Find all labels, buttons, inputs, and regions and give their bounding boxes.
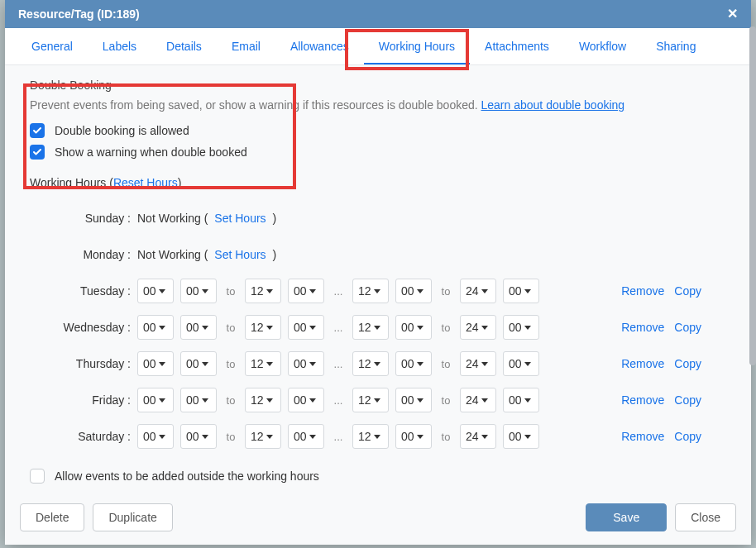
scrollbar-thumb[interactable] (749, 26, 756, 365)
remove-link[interactable]: Remove (621, 284, 664, 298)
remove-link[interactable]: Remove (621, 393, 664, 407)
time-select[interactable]: 00 (288, 279, 324, 303)
chevron-down-icon (524, 362, 531, 366)
close-button[interactable]: Close (675, 503, 736, 531)
time-select[interactable]: 00 (395, 279, 432, 303)
chevron-down-icon (481, 362, 488, 366)
chevron-down-icon (417, 326, 423, 330)
checkbox-allow-outside-hours[interactable] (30, 469, 45, 484)
tab-general[interactable]: General (17, 28, 88, 64)
checkbox-allow-double-booking[interactable] (30, 123, 45, 138)
to-label: to (438, 431, 453, 443)
reset-hours-link[interactable]: Reset Hours (113, 176, 178, 189)
time-select[interactable]: 00 (395, 315, 432, 340)
time-select[interactable]: 00 (180, 424, 217, 449)
save-button[interactable]: Save (586, 503, 667, 531)
time-select[interactable]: 24 (460, 315, 496, 340)
remove-link[interactable]: Remove (621, 357, 664, 370)
tab-attachments[interactable]: Attachments (470, 28, 564, 64)
duplicate-button[interactable]: Duplicate (93, 503, 172, 531)
time-select[interactable]: 00 (288, 315, 324, 340)
checkbox-warning-double-booked[interactable] (30, 145, 45, 160)
time-select[interactable]: 00 (180, 279, 217, 303)
set-hours-link[interactable]: Set Hours (214, 212, 266, 225)
day-name: Sunday : (30, 212, 137, 225)
time-select[interactable]: 12 (352, 315, 389, 340)
time-select[interactable]: 00 (395, 388, 432, 412)
time-select[interactable]: 24 (460, 279, 496, 303)
time-select[interactable]: 00 (137, 388, 174, 412)
time-select[interactable]: 12 (245, 351, 281, 376)
day-row-friday: Friday :0000to1200...1200to2400RemoveCop… (30, 383, 726, 417)
time-select[interactable]: 00 (137, 315, 174, 340)
day-name: Friday : (30, 393, 137, 407)
working-hours-header: Working Hours (Reset Hours) (30, 176, 726, 189)
time-select[interactable]: 12 (245, 424, 281, 449)
remove-link[interactable]: Remove (621, 430, 664, 443)
time-select[interactable]: 00 (395, 424, 432, 449)
remove-link[interactable]: Remove (621, 321, 664, 334)
chevron-down-icon (374, 289, 380, 293)
chevron-down-icon (266, 435, 273, 439)
time-select[interactable]: 00 (288, 351, 324, 376)
time-select[interactable]: 12 (352, 424, 389, 449)
copy-link[interactable]: Copy (674, 321, 701, 334)
chevron-down-icon (524, 326, 531, 330)
time-select[interactable]: 12 (352, 388, 389, 412)
time-select[interactable]: 00 (503, 424, 539, 449)
chevron-down-icon (202, 398, 208, 403)
chevron-down-icon (309, 326, 316, 330)
tab-sharing[interactable]: Sharing (641, 28, 711, 64)
close-icon[interactable]: ✕ (727, 7, 738, 21)
time-select[interactable]: 12 (245, 279, 281, 303)
day-name: Tuesday : (30, 284, 137, 298)
learn-link[interactable]: Learn about double booking (481, 98, 625, 112)
delete-button[interactable]: Delete (20, 503, 84, 531)
tab-labels[interactable]: Labels (88, 28, 151, 64)
chevron-down-icon (309, 435, 316, 439)
time-select[interactable]: 12 (352, 351, 389, 376)
time-select[interactable]: 00 (395, 351, 432, 376)
time-select[interactable]: 00 (137, 279, 174, 303)
time-select[interactable]: 00 (503, 351, 539, 376)
time-select[interactable]: 00 (137, 351, 174, 376)
tab-details[interactable]: Details (151, 28, 217, 64)
copy-link[interactable]: Copy (674, 357, 701, 370)
copy-link[interactable]: Copy (674, 393, 701, 407)
time-select[interactable]: 12 (245, 388, 281, 412)
to-label: to (223, 358, 238, 370)
time-select[interactable]: 00 (137, 424, 174, 449)
ellipsis: ... (331, 394, 346, 407)
time-select[interactable]: 00 (503, 279, 539, 303)
time-select[interactable]: 24 (460, 424, 496, 449)
chevron-down-icon (374, 362, 380, 366)
time-select[interactable]: 00 (288, 388, 324, 412)
time-select[interactable]: 12 (352, 279, 389, 303)
modal-content: Double Booking Prevent events from being… (5, 65, 751, 493)
chevron-down-icon (481, 398, 488, 403)
modal-titlebar: Resource/Tag (ID:189) ✕ (5, 0, 751, 28)
set-hours-link[interactable]: Set Hours (214, 248, 266, 261)
chevron-down-icon (159, 398, 165, 403)
time-select[interactable]: 00 (288, 424, 324, 449)
copy-link[interactable]: Copy (674, 284, 701, 298)
time-select[interactable]: 24 (460, 388, 496, 412)
day-row-thursday: Thursday :0000to1200...1200to2400RemoveC… (30, 346, 726, 381)
copy-link[interactable]: Copy (674, 430, 701, 443)
time-select[interactable]: 00 (503, 388, 539, 412)
time-select[interactable]: 00 (180, 315, 217, 340)
tab-strip: GeneralLabelsDetailsEmailAllowancesWorki… (5, 28, 751, 65)
tab-allowances[interactable]: Allowances (275, 28, 364, 64)
chevron-down-icon (524, 398, 531, 403)
time-select[interactable]: 24 (460, 351, 496, 376)
tab-workflow[interactable]: Workflow (564, 28, 641, 64)
scrollbar-track[interactable] (749, 26, 756, 545)
time-select[interactable]: 00 (180, 388, 217, 412)
time-select[interactable]: 00 (180, 351, 217, 376)
checkbox-label: Double booking is allowed (55, 124, 189, 137)
time-select[interactable]: 00 (503, 315, 539, 340)
tab-email[interactable]: Email (217, 28, 275, 64)
time-select[interactable]: 12 (245, 315, 281, 340)
tab-working-hours[interactable]: Working Hours (364, 28, 470, 64)
chevron-down-icon (309, 398, 316, 403)
